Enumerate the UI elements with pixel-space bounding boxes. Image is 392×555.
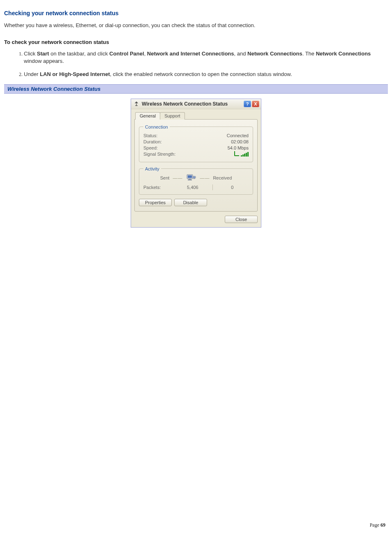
disable-button[interactable]: Disable — [174, 199, 207, 206]
antenna-icon — [234, 151, 239, 156]
dialog-titlebar[interactable]: Wireless Network Connection Status ? X — [131, 99, 261, 109]
close-dialog-button[interactable]: Close — [225, 216, 258, 223]
dialog-title: Wireless Network Connection Status — [142, 101, 244, 107]
help-button[interactable]: ? — [244, 101, 251, 107]
connection-group: Connection Status: Connected Duration: 0… — [139, 124, 253, 162]
svg-rect-3 — [188, 180, 192, 180]
status-value: Connected — [227, 133, 249, 138]
svg-rect-1 — [188, 175, 192, 178]
tab-support[interactable]: Support — [160, 112, 185, 120]
intro-paragraph: Whether you have a wireless, Ethernet, o… — [4, 22, 388, 28]
svg-rect-6 — [194, 178, 195, 179]
packets-sent-value: 5,406 — [176, 185, 209, 190]
status-label: Status: — [143, 133, 157, 138]
page-number: Page 69 — [370, 522, 385, 528]
duration-label: Duration: — [143, 139, 162, 144]
activity-group: Activity Sent —— — [139, 166, 253, 195]
connection-status-dialog: Wireless Network Connection Status ? X G… — [131, 99, 261, 228]
duration-value: 02:00:08 — [231, 139, 249, 144]
step-2: Under LAN or High-Speed Internet, click … — [24, 71, 388, 78]
properties-button[interactable]: Properties — [139, 199, 172, 206]
activity-icon — [186, 174, 196, 182]
signal-label: Signal Strength: — [143, 152, 175, 157]
speed-value: 54.0 Mbps — [228, 145, 249, 150]
packets-label: Packets: — [143, 185, 176, 190]
figure-caption: Wireless Network Connection Status — [4, 84, 388, 94]
connection-legend: Connection — [143, 124, 170, 129]
speed-label: Speed: — [143, 145, 158, 150]
activity-legend: Activity — [143, 166, 161, 171]
tab-general[interactable]: General — [135, 112, 160, 120]
signal-strength-indicator — [234, 152, 249, 157]
tab-strip: General Support — [135, 112, 258, 119]
tab-page-general: Connection Status: Connected Duration: 0… — [134, 119, 258, 212]
procedure-heading: To check your network connection status — [4, 39, 388, 45]
close-button[interactable]: X — [252, 101, 259, 107]
sent-label: Sent — [160, 175, 170, 180]
section-heading: Checking your network connection status — [4, 10, 388, 16]
received-label: Received — [213, 175, 232, 180]
svg-rect-5 — [194, 177, 195, 177]
wireless-icon — [134, 101, 139, 107]
step-1: Click Start on the taskbar, and click Co… — [24, 50, 388, 65]
svg-rect-2 — [189, 179, 191, 180]
procedure-list: Click Start on the taskbar, and click Co… — [4, 50, 388, 78]
packets-received-value: 0 — [216, 185, 249, 190]
